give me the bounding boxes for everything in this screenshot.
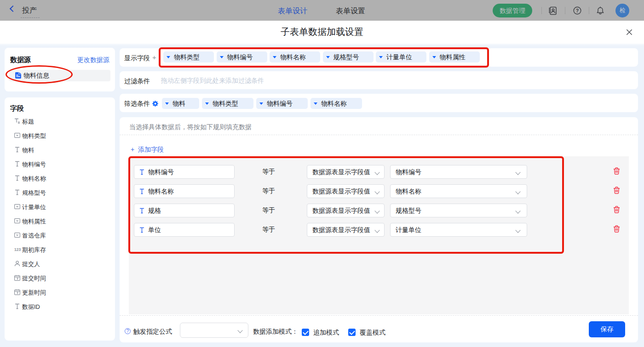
svg-text:?: ?: [576, 8, 579, 13]
svg-text:123: 123: [14, 247, 21, 252]
